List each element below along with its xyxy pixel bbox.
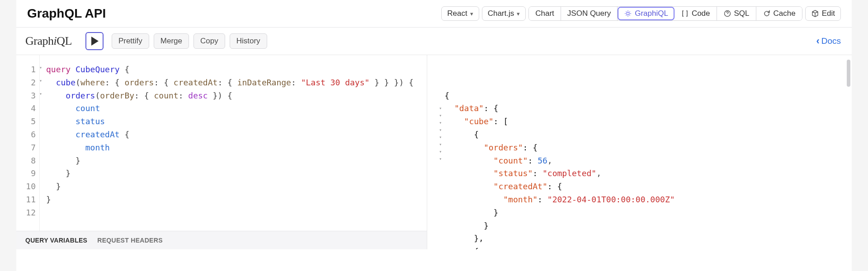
tab-label: JSON Query	[567, 9, 611, 18]
result-fold-gutter: ▾▾▾▾▾▾▾▾	[436, 89, 444, 185]
fold-icon[interactable]: ▾	[39, 64, 42, 71]
question-icon	[723, 9, 731, 18]
merge-button[interactable]: Merge	[154, 33, 189, 49]
fold-icon[interactable]: ▾	[39, 77, 42, 84]
graphiql-toolbar: GraphiQL Prettify Merge Copy History ‹ D…	[16, 28, 852, 55]
prettify-button[interactable]: Prettify	[112, 33, 149, 49]
view-tabs: Chart JSON Query GraphiQL Code	[528, 6, 802, 21]
tab-label: Chart	[535, 9, 554, 18]
edit-button[interactable]: Edit	[805, 6, 841, 21]
refresh-icon	[763, 9, 771, 18]
cube-icon	[811, 9, 819, 18]
chartlib-select-label: Chart.js	[488, 9, 514, 18]
play-icon	[91, 37, 99, 46]
docs-link-label: Docs	[821, 36, 841, 46]
editor-bottom-tabs: QUERY VARIABLES REQUEST HEADERS	[16, 231, 427, 249]
tab-chart[interactable]: Chart	[529, 7, 561, 20]
tab-label: Code	[692, 9, 710, 18]
tab-query-variables[interactable]: QUERY VARIABLES	[25, 237, 87, 244]
tab-request-headers[interactable]: REQUEST HEADERS	[97, 237, 163, 244]
chevron-down-icon: ▾	[470, 11, 473, 17]
tab-sql[interactable]: SQL	[717, 7, 756, 20]
tab-cache[interactable]: Cache	[756, 7, 802, 20]
top-toolbar: React ▾ Chart.js ▾ Chart JSON Query Grap…	[441, 6, 841, 21]
framework-select-label: React	[447, 9, 467, 18]
scrollbar-thumb[interactable]	[847, 60, 850, 87]
history-button[interactable]: History	[230, 33, 267, 49]
framework-select[interactable]: React ▾	[441, 6, 479, 21]
result-viewer[interactable]: ▾▾▾▾▾▾▾▾ { "data": { "cube": [ { "orders…	[427, 55, 852, 249]
tab-label: GraphiQL	[635, 9, 668, 18]
vertical-scrollbar[interactable]	[845, 55, 852, 249]
copy-button[interactable]: Copy	[193, 33, 225, 49]
tab-graphiql[interactable]: GraphiQL	[618, 7, 675, 20]
chevron-left-icon: ‹	[816, 36, 819, 46]
query-editor-column: 1▾ 2▾ 3▾ 4 5 6 7 8 9 10 11 12 query Cube…	[16, 55, 427, 249]
execute-button[interactable]	[85, 32, 104, 50]
fold-icon[interactable]: ▾	[39, 90, 42, 98]
page-title: GraphQL API	[27, 6, 106, 21]
chartlib-select[interactable]: Chart.js ▾	[482, 6, 526, 21]
graphiql-logo: GraphiQL	[25, 34, 72, 48]
tab-code[interactable]: Code	[675, 7, 717, 20]
tab-json-query[interactable]: JSON Query	[561, 7, 618, 20]
chevron-down-icon: ▾	[517, 11, 520, 17]
line-gutter: 1▾ 2▾ 3▾ 4 5 6 7 8 9 10 11 12	[16, 55, 40, 231]
header: GraphQL API React ▾ Chart.js ▾ Chart JSO…	[16, 0, 852, 28]
sparkle-icon	[624, 9, 632, 18]
tab-label: Cache	[774, 9, 796, 18]
query-editor[interactable]: query CubeQuery { cube(where: { orders: …	[40, 55, 427, 231]
docs-link[interactable]: ‹ Docs	[816, 36, 841, 46]
editor-area: 1▾ 2▾ 3▾ 4 5 6 7 8 9 10 11 12 query Cube…	[16, 55, 852, 249]
svg-point-0	[627, 12, 629, 15]
brackets-icon	[681, 9, 689, 18]
tab-label: SQL	[734, 9, 750, 18]
edit-button-label: Edit	[822, 9, 835, 18]
